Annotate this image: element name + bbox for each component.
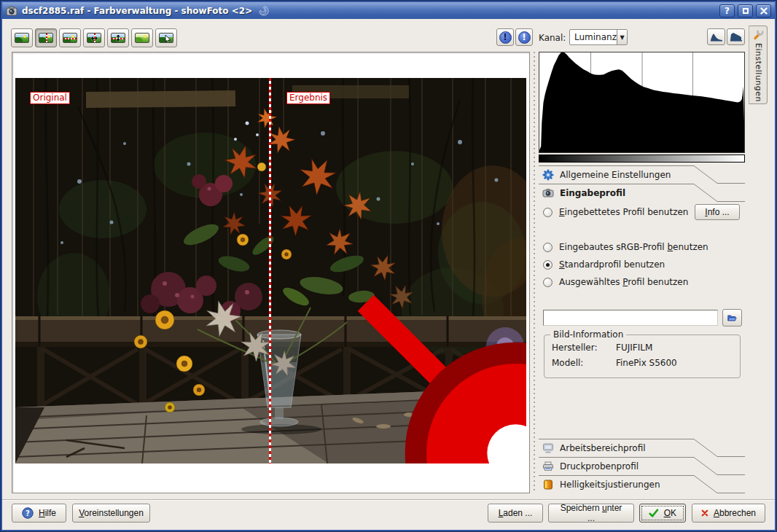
radio-embedded-profile[interactable]: Eingebettetes Profil benutzen xyxy=(543,205,688,219)
target-image-icon xyxy=(135,33,149,43)
preview-target-image-button[interactable] xyxy=(131,28,153,47)
titlebar[interactable]: dscf2885.raf - Farbverwaltung - showFoto… xyxy=(2,2,775,19)
tab-settings[interactable]: Einstellungen xyxy=(749,26,768,104)
model-value: FinePix S5600 xyxy=(616,358,735,368)
app-camera-icon xyxy=(6,6,17,16)
original-image-icon xyxy=(15,33,29,43)
window-help-button[interactable]: ? xyxy=(719,4,735,17)
image-information-groupbox: Bild-Information Hersteller: FUJIFILM Mo… xyxy=(544,335,741,378)
tonal-gradient-bar xyxy=(539,154,745,163)
input-profile-options: Eingebettetes Profil benutzen Info ... E… xyxy=(539,202,745,380)
close-button[interactable] xyxy=(756,4,771,17)
preview-vertical-split-button[interactable] xyxy=(35,28,57,47)
showfoto-window: dscf2885.raf - Farbverwaltung - showFoto… xyxy=(0,0,777,532)
channel-combobox[interactable]: Luminanz ▼ xyxy=(569,29,628,45)
channel-value: Luminanz xyxy=(570,30,617,44)
printer-icon xyxy=(542,461,554,472)
channel-label: Kanal: xyxy=(539,33,566,43)
radio-builtin-srgb-profile[interactable]: Eingebautes sRGB-Profil benutzen xyxy=(543,240,708,254)
window-title: dscf2885.raf - Farbverwaltung - showFoto… xyxy=(22,6,252,16)
section-input-profile-label: Eingabeprofil xyxy=(560,188,625,198)
under-exposure-icon: ! xyxy=(499,31,512,44)
monitor-icon xyxy=(542,442,554,454)
section-proof-label: Druckprobenprofil xyxy=(560,461,639,472)
ok-button[interactable]: OK xyxy=(639,504,686,523)
section-input-profile[interactable]: Eingabeprofil xyxy=(539,184,745,202)
section-lightness-adjustments[interactable]: Helligkeitsjustierungen xyxy=(539,475,745,493)
help-icon: ? xyxy=(22,507,34,519)
image-information-title: Bild-Information xyxy=(550,329,626,340)
settings-panel: Allgemeine Einstellungen Eingabeprofil E… xyxy=(539,52,745,493)
section-lightness-label: Helligkeitsjustierungen xyxy=(560,480,660,490)
radio-icon xyxy=(543,243,553,252)
logarithmic-scale-button[interactable] xyxy=(727,28,745,45)
preview-canvas[interactable]: Original Ergebnis xyxy=(15,78,526,463)
section-proof-profile[interactable]: Druckprobenprofil xyxy=(539,457,745,475)
section-general-settings[interactable]: Allgemeine Einstellungen xyxy=(539,165,745,184)
preview-frame: Original Ergebnis xyxy=(12,52,530,493)
over-exposure-icon: ! xyxy=(518,31,531,44)
wrench-icon xyxy=(752,28,764,40)
vertical-split-icon xyxy=(39,33,53,43)
section-general-label: Allgemeine Einstellungen xyxy=(560,170,671,180)
load-button[interactable]: Laden ... xyxy=(488,504,543,523)
presets-button[interactable]: Voreinstellungen xyxy=(72,504,150,523)
histogram-chart xyxy=(539,52,744,152)
radio-selected-profile[interactable]: Ausgewähltes Profil benutzen xyxy=(543,275,688,289)
cancel-button[interactable]: Abbrechen xyxy=(692,504,765,523)
horizontal-split-duplicate-icon: ↕ xyxy=(111,33,125,43)
section-workspace-profile[interactable]: Arbeitsbereichprofil xyxy=(539,439,745,457)
close-icon xyxy=(760,7,768,15)
camera-icon xyxy=(542,187,554,199)
model-label: Modell: xyxy=(552,358,616,368)
preview-horizontal-split-duplicate-button[interactable]: ↕ xyxy=(107,28,129,47)
horizontal-split-icon xyxy=(63,33,77,43)
footer-separator xyxy=(2,499,775,500)
lightness-cylinder-icon xyxy=(542,479,554,490)
linear-scale-button[interactable] xyxy=(707,28,725,45)
split-handle[interactable] xyxy=(260,260,526,463)
browse-profile-button[interactable] xyxy=(722,309,742,326)
section-workspace-label: Arbeitsbereichprofil xyxy=(560,443,646,453)
vertical-split-duplicate-icon: ↔ xyxy=(87,33,101,43)
preview-mouse-over-button[interactable] xyxy=(155,28,177,47)
save-as-button[interactable]: Speichern unter ... xyxy=(548,504,634,523)
original-label: Original xyxy=(30,92,70,104)
maximize-icon xyxy=(743,8,749,14)
under-exposure-indicator-button[interactable]: ! xyxy=(496,28,514,46)
preview-original-image-button[interactable] xyxy=(11,28,33,47)
radio-icon xyxy=(543,260,553,270)
maximize-button[interactable] xyxy=(738,4,753,17)
over-exposure-indicator-button[interactable]: ! xyxy=(515,28,533,46)
chevron-down-icon: ▼ xyxy=(617,30,627,44)
result-label: Ergebnis xyxy=(286,92,330,104)
help-button[interactable]: ? Hilfe xyxy=(12,504,66,523)
svg-text:?: ? xyxy=(26,509,30,517)
maker-label: Hersteller: xyxy=(552,343,616,353)
logarithmic-histogram-icon xyxy=(730,31,743,42)
profile-path-input[interactable] xyxy=(543,310,718,326)
histogram-view[interactable] xyxy=(539,52,745,153)
cancel-x-icon xyxy=(701,508,708,518)
preview-vertical-split-duplicate-button[interactable]: ↔ xyxy=(83,28,105,47)
ok-check-icon xyxy=(649,508,659,518)
kde-swirl-icon xyxy=(257,4,271,17)
settings-tab-label: Einstellungen xyxy=(754,43,763,102)
radio-icon xyxy=(543,208,553,217)
open-folder-icon xyxy=(727,313,737,323)
maker-value: FUJIFILM xyxy=(616,343,735,353)
linear-histogram-icon xyxy=(710,31,723,42)
gear-icon xyxy=(542,169,554,181)
radio-icon xyxy=(543,278,553,287)
panel-splitter[interactable] xyxy=(532,52,536,493)
radio-default-profile[interactable]: Standardprofil benutzen xyxy=(543,257,665,272)
mouse-over-icon xyxy=(159,33,173,43)
preview-horizontal-split-button[interactable] xyxy=(59,28,81,47)
info-button[interactable]: Info ... xyxy=(695,204,740,220)
